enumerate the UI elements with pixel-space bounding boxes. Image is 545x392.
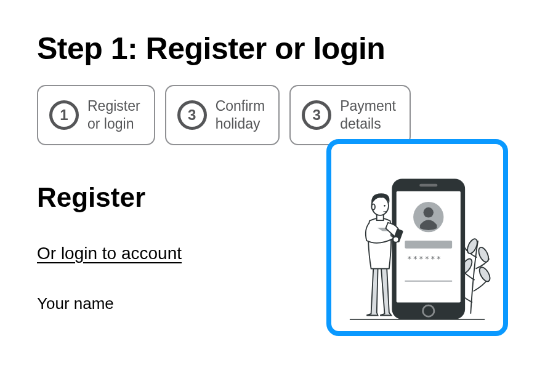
svg-point-3 [477, 265, 492, 283]
phone-login-icon: ****** [337, 156, 497, 325]
step-number-badge: 3 [302, 100, 331, 130]
svg-point-17 [393, 236, 398, 242]
step-confirm-holiday[interactable]: 3 Confirm holiday [165, 85, 280, 145]
svg-point-9 [424, 207, 434, 217]
svg-point-7 [423, 305, 434, 316]
step-register-login[interactable]: 1 Register or login [37, 85, 155, 145]
step-number-badge: 3 [177, 100, 207, 130]
svg-point-0 [466, 237, 479, 255]
name-field-label: Your name [37, 294, 308, 313]
svg-text:******: ****** [407, 254, 442, 263]
step-indicator: 1 Register or login 3 Confirm holiday 3 … [37, 85, 508, 145]
svg-rect-10 [405, 241, 452, 249]
svg-point-20 [372, 204, 375, 209]
step-label: Confirm holiday [216, 97, 265, 133]
register-heading: Register [37, 182, 308, 213]
login-illustration: ****** [326, 139, 508, 336]
step-label: Register or login [87, 97, 140, 133]
step-number-badge: 1 [49, 100, 79, 130]
step-label: Payment details [340, 97, 396, 133]
svg-point-21 [384, 205, 386, 207]
login-link[interactable]: Or login to account [37, 244, 182, 263]
page-title: Step 1: Register or login [37, 31, 508, 66]
svg-point-1 [477, 246, 490, 263]
step-payment-details[interactable]: 3 Payment details [289, 85, 411, 145]
svg-rect-6 [419, 183, 437, 186]
